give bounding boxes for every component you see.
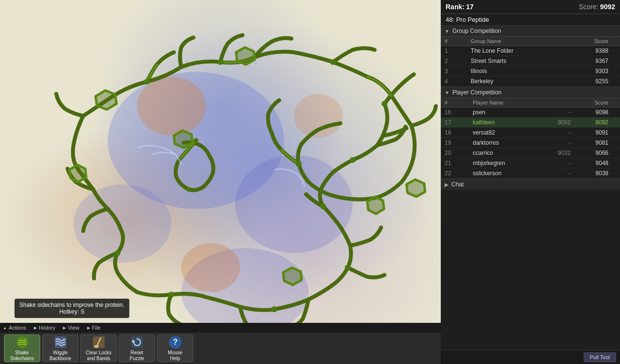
svg-point-4 [137,77,206,136]
rank-cell: 4 [441,76,467,87]
view-label: View [68,325,79,331]
right-panel: Rank: 17 Score: 9092 48: Pro Peptide ▼ G… [441,0,620,364]
main-container: Shake sidechains to improve the protein.… [0,0,620,364]
table-row: 20 ccarrico 9032 9066 [441,148,620,158]
file-menu[interactable]: ▶ File [87,325,101,331]
mouse-help-button[interactable]: ? Mouse Help [157,334,193,362]
scroll-cell [612,46,620,56]
score-cell: 9367 [569,56,612,66]
view-arrow: ▶ [63,326,66,330]
actions-arrow: ▲ [3,326,7,330]
name-cell: ccarrico [469,148,539,158]
wiggle-icon [53,335,68,349]
svg-marker-10 [174,131,192,148]
rank-label: Rank: [446,3,465,11]
wiggle-backbone-button[interactable]: Wiggle Backbone [42,334,78,362]
clear-icon [92,335,106,349]
name-cell: Illinois [467,66,569,76]
prev-score-cell: - [539,168,574,179]
toolbar: Shake Sidechains Wiggle Backbone [0,333,441,364]
prev-score-cell: - [539,138,574,148]
name-cell: sslickerson [469,168,539,179]
rank-display: Rank: 17 [446,3,474,11]
table-row: 3 Illinois 9303 [441,66,620,76]
svg-point-26 [345,265,351,271]
svg-point-18 [350,157,356,163]
group-scrollbar-col [612,37,620,46]
table-row: 1 The Lone Folder 9388 [441,46,620,56]
player-col-prev [539,98,574,107]
svg-point-2 [74,184,171,263]
svg-point-5 [181,243,240,292]
spacer [441,190,620,350]
svg-marker-13 [367,197,384,213]
rank-cell: 3 [441,66,467,76]
table-row: 16 psen - 9098 [441,107,620,118]
group-competition-header[interactable]: ▼ Group Competition [441,26,620,37]
table-row: 2 Street Smarts 9367 [441,56,620,66]
svg-point-20 [296,161,302,167]
name-cell: darktorres [469,138,539,148]
file-label: File [92,325,101,331]
score-cell: 9081 [574,138,612,148]
view-menu[interactable]: ▶ View [63,325,79,331]
svg-point-14 [144,79,150,85]
svg-marker-7 [95,91,116,109]
score-cell: 9098 [574,107,612,118]
svg-point-17 [382,101,388,106]
group-col-rank: # [441,37,467,46]
score-cell: 9092 [574,118,612,128]
clear-locks-button[interactable]: Clear Locks and Bands [80,334,117,362]
shake-sidechains-button[interactable]: Shake Sidechains [4,334,40,362]
name-cell: mbjorkegren [469,158,539,168]
table-row: 19 darktorres - 9081 [441,138,620,148]
svg-point-23 [115,250,121,256]
svg-point-16 [330,59,336,65]
protein-canvas[interactable] [0,0,441,364]
score-header: Rank: 17 Score: 9092 [441,0,620,14]
table-row: 21 mbjorkegren - 9048 [441,158,620,168]
scroll-cell [612,66,620,76]
scroll-cell [612,138,620,148]
rank-cell: 19 [441,138,469,148]
score-cell: 9038 [574,168,612,179]
table-row: 18 versat82 - 9091 [441,128,620,138]
rank-cell: 18 [441,128,469,138]
status-bar: ▲ Actions ▶ History ▶ View ▶ File [0,323,441,333]
svg-marker-8 [236,47,254,64]
rank-value: 17 [466,3,474,11]
svg-marker-12 [70,165,86,182]
player-competition-header[interactable]: ▼ Player Competition [441,87,620,98]
group-competition-table-container: # Group Name Score 1 The Lone Folder 938… [441,37,620,87]
puzzle-name: 48: Pro Peptide [441,14,620,26]
player-competition-section: ▼ Player Competition # Player Name Score [441,87,620,179]
svg-marker-9 [406,180,425,197]
svg-line-38 [97,345,97,348]
player-arrow-icon: ▼ [445,90,450,95]
name-cell: versat82 [469,128,539,138]
prev-score-cell: 9032 [539,148,574,158]
prev-score-cell: 9092 [539,118,574,128]
pull-tool-button[interactable]: Pull Tool [584,352,616,362]
shake-icon [15,335,30,349]
actions-menu[interactable]: ▲ Actions [3,325,26,331]
help-icon: ? [168,335,183,349]
game-area: Shake sidechains to improve the protein.… [0,0,441,364]
scroll-cell [612,128,620,138]
group-arrow-icon: ▼ [445,29,450,34]
prev-score-cell: - [539,128,574,138]
reset-puzzle-button[interactable]: Reset Puzzle [119,334,155,362]
prev-score-cell: - [539,158,574,168]
rank-cell: 20 [441,148,469,158]
svg-point-24 [169,291,174,297]
scroll-cell [612,148,620,158]
group-col-score: Score [569,37,612,46]
name-cell: psen [469,107,539,118]
chat-section[interactable]: ▶ Chat [441,179,620,190]
scroll-cell [612,118,620,128]
reset-label: Reset Puzzle [129,350,144,362]
history-menu[interactable]: ▶ History [34,325,55,331]
group-competition-title: Group Competition [452,28,501,34]
scroll-cell [612,158,620,168]
rank-cell: 17 [441,118,469,128]
